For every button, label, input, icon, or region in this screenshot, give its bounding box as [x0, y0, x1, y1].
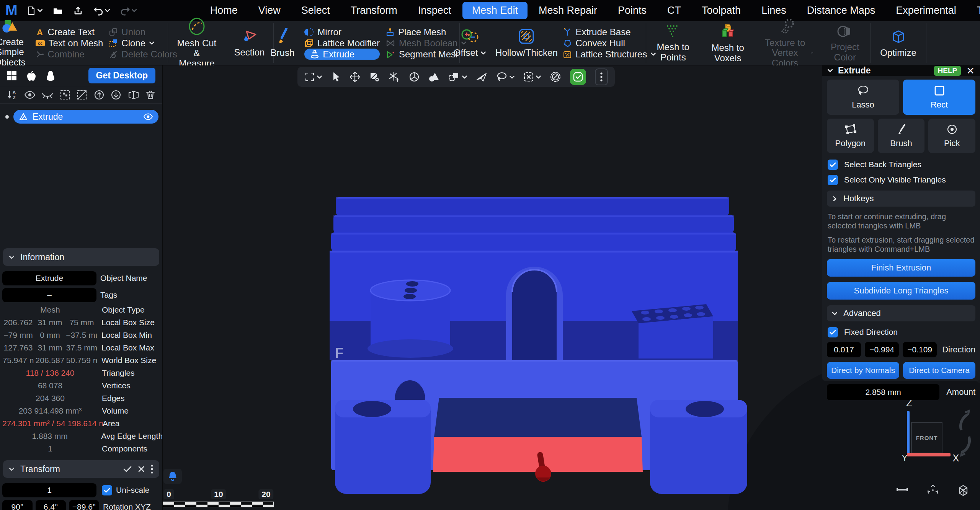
hollow-thicken-button[interactable]: Hollow/Thicken [496, 28, 557, 58]
subdivide-long-triangles-button[interactable]: Subdivide Long Triangles [827, 282, 975, 300]
convex-hull-button[interactable]: Convex Hull [563, 37, 656, 49]
menu-lines[interactable]: Lines [752, 2, 796, 19]
project-color-button[interactable]: Project Color [823, 24, 867, 62]
redo-button[interactable] [116, 6, 140, 16]
orientation-gizmo[interactable]: Z FRONT Y X [898, 396, 978, 469]
measure-icon[interactable] [896, 485, 909, 495]
rotation-z-input[interactable]: −89.6° [69, 500, 99, 510]
direct-to-camera-button[interactable]: Direct to Camera [903, 362, 975, 379]
direction-y-input[interactable]: −0.994 [865, 342, 899, 357]
text-on-mesh-button[interactable]: cc Text on Mesh [36, 37, 103, 49]
cancel-x-icon[interactable] [138, 466, 145, 473]
apple-icon[interactable] [27, 70, 36, 81]
finish-extrusion-button[interactable]: Finish Extrusion [827, 259, 975, 277]
lattice-modifier-button[interactable]: Lattice Modifier [304, 37, 380, 49]
menu-view[interactable]: View [249, 2, 290, 19]
clone-view-button[interactable] [449, 72, 467, 82]
menu-toolpath[interactable]: Toolpath [692, 2, 750, 19]
mesh-to-voxels-button[interactable]: Mesh to Voxels [703, 23, 753, 63]
object-name-input[interactable]: Extrude [2, 271, 96, 285]
clone-button[interactable]: Clone [109, 37, 177, 49]
select-cursor-button[interactable] [331, 72, 341, 82]
shapes-button[interactable] [428, 72, 440, 82]
new-file-button[interactable] [23, 6, 46, 16]
lasso-mode-button[interactable]: Lasso [827, 80, 899, 115]
brush-button[interactable]: Brush [267, 28, 299, 58]
open-file-button[interactable] [49, 6, 67, 16]
object-item-extrude[interactable]: Extrude [13, 110, 158, 124]
close-panel-button[interactable]: ✕ [966, 66, 975, 76]
mesh-to-points-button[interactable]: Mesh to Points [649, 24, 697, 62]
advanced-expander[interactable]: Advanced [827, 305, 975, 321]
uniscale-checkbox[interactable] [102, 485, 112, 495]
select-all-icon[interactable] [60, 90, 70, 100]
direction-z-input[interactable]: −0.109 [903, 342, 937, 357]
section-button[interactable]: Section [229, 28, 270, 57]
extrude-base-button[interactable]: Extrude Base [563, 26, 656, 37]
help-badge[interactable]: HELP [934, 66, 961, 76]
pick-mode-button[interactable]: Pick [928, 119, 975, 153]
extrusion-top-face[interactable] [434, 398, 642, 437]
create-simple-objects-button[interactable]: Create Simple Objects [0, 19, 29, 67]
select-back-triangles-checkbox[interactable] [828, 160, 838, 170]
amount-input[interactable]: 2.858 mm [827, 384, 939, 400]
menu-select[interactable]: Select [292, 2, 340, 19]
trash-icon[interactable] [145, 90, 155, 100]
menu-ct[interactable]: CT [658, 2, 691, 19]
lattice-add-button[interactable] [389, 72, 400, 82]
menu-test[interactable]: Test [967, 2, 980, 19]
rename-icon[interactable] [128, 90, 139, 100]
sort-az-icon[interactable]: AZ [7, 90, 18, 100]
union-button[interactable]: Union [109, 26, 177, 37]
apply-check-icon[interactable] [123, 466, 132, 473]
confirm-button[interactable] [570, 69, 586, 85]
polygon-mode-button[interactable]: Polygon [827, 119, 874, 153]
eye-closed-icon[interactable] [42, 90, 53, 100]
deselect-icon[interactable] [77, 90, 87, 100]
notification-bell-button[interactable] [163, 469, 182, 484]
eye-open-icon[interactable] [24, 90, 36, 100]
transform-gizmo-button[interactable] [369, 72, 380, 82]
menu-transform[interactable]: Transform [341, 2, 407, 19]
select-only-visible-checkbox[interactable] [828, 175, 838, 185]
orbit-button[interactable] [409, 72, 420, 82]
kebab-menu-icon[interactable] [151, 464, 153, 474]
mirror-button[interactable]: Mirror [304, 26, 380, 37]
menu-mesh-repair[interactable]: Mesh Repair [529, 2, 607, 19]
cube-view-icon[interactable] [957, 485, 969, 496]
linux-icon[interactable] [46, 70, 55, 81]
rotation-y-input[interactable]: 6.4° [36, 500, 66, 510]
direction-x-input[interactable]: 0.017 [827, 342, 861, 357]
menu-mesh-edit[interactable]: Mesh Edit [462, 2, 528, 19]
transform-header[interactable]: Transform [3, 460, 159, 478]
menu-experimental[interactable]: Experimental [886, 2, 966, 19]
direct-by-normals-button[interactable]: Direct by Normals [827, 362, 899, 379]
windows-icon[interactable] [7, 71, 17, 81]
scale-input[interactable]: 1 [2, 483, 96, 497]
fixed-direction-checkbox[interactable] [828, 327, 838, 337]
rotation-x-input[interactable]: 90° [2, 500, 33, 510]
move-down-icon[interactable] [111, 90, 121, 100]
blue-mesh-part[interactable]: F [330, 197, 747, 494]
combine-button[interactable]: Combine [36, 49, 103, 60]
visibility-eye-icon[interactable] [143, 112, 153, 121]
brush-mode-button[interactable]: Brush [878, 119, 925, 153]
create-text-button[interactable]: A Create Text [36, 26, 103, 37]
lattice-structures-button[interactable]: Lattice Structures [563, 49, 656, 60]
delete-colors-button[interactable]: Delete Colors [109, 49, 177, 60]
menu-points[interactable]: Points [608, 2, 656, 19]
offset-button[interactable]: Offset [450, 28, 490, 58]
undo-button[interactable] [90, 6, 113, 16]
information-header[interactable]: Information [3, 248, 159, 266]
optimize-button[interactable]: Optimize [874, 28, 922, 58]
menu-home[interactable]: Home [201, 2, 247, 19]
focus-icon[interactable] [927, 485, 939, 495]
fit-view-button[interactable] [304, 72, 322, 82]
menu-distance-maps[interactable]: Distance Maps [797, 2, 885, 19]
section-plane-button[interactable] [476, 72, 487, 82]
mesh-cut-measure-button[interactable]: Mesh Cut & Measure [171, 18, 222, 68]
tags-input[interactable]: – [2, 288, 96, 302]
move-up-icon[interactable] [94, 90, 105, 100]
hotkeys-expander[interactable]: Hotkeys [827, 191, 975, 207]
move-tool-button[interactable] [350, 72, 360, 82]
